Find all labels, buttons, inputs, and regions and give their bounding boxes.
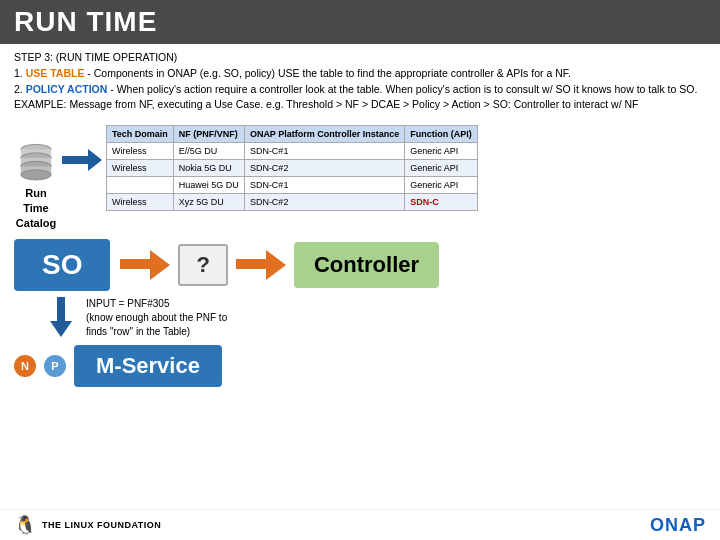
step2-text: - When policy's action require a control… <box>14 83 697 111</box>
cell-tech-1: Wireless <box>107 143 174 160</box>
run-time-label2: Time <box>23 202 48 215</box>
onap-logo: ONAP <box>650 515 706 536</box>
cell-tech-2: Wireless <box>107 160 174 177</box>
circle-p-icon: P <box>44 355 66 377</box>
circle-n-icon: N <box>14 355 36 377</box>
cell-nf-1: E//5G DU <box>173 143 244 160</box>
cell-nf-3: Huawei 5G DU <box>173 177 244 194</box>
step1-num: 1. <box>14 67 23 79</box>
mservice-row: N P M-Service <box>14 345 222 387</box>
col-nf: NF (PNF/VNF) <box>173 126 244 143</box>
input-line3: finds "row" in the Table) <box>86 325 227 339</box>
cell-nf-4: Xyz 5G DU <box>173 194 244 211</box>
table-row: Wireless E//5G DU SDN-C#1 Generic API <box>107 143 478 160</box>
cell-onap-1: SDN-C#1 <box>244 143 404 160</box>
cell-onap-3: SDN-C#1 <box>244 177 404 194</box>
table-row: Wireless Nokia 5G DU SDN-C#2 Generic API <box>107 160 478 177</box>
run-time-label: Run <box>25 187 46 200</box>
question-box: ? <box>178 244 227 286</box>
catalog-label: Catalog <box>16 217 56 230</box>
bottom-section: SO ? Controller INPUT = PNF#305 (know en… <box>0 239 720 387</box>
linux-text: THE LINUX FOUNDATION <box>42 520 161 530</box>
footer: 🐧 THE LINUX FOUNDATION ONAP <box>0 509 720 540</box>
step3-label: STEP 3: (RUN TIME OPERATION) <box>14 51 177 63</box>
col-function: Function (API) <box>405 126 478 143</box>
step2-highlight: POLICY ACTION <box>26 83 108 95</box>
platform-table: Tech Domain NF (PNF/VNF) ONAP Platform C… <box>106 125 478 211</box>
so-box: SO <box>14 239 110 291</box>
step2-num: 2. <box>14 83 23 95</box>
controller-box: Controller <box>294 242 439 288</box>
so-arrow-icon <box>120 250 170 280</box>
so-row: SO ? Controller <box>14 239 439 291</box>
cell-func-4: SDN-C <box>405 194 478 211</box>
table-row: Wireless Xyz 5G DU SDN-C#2 SDN-C <box>107 194 478 211</box>
controller-arrow-icon <box>236 250 286 280</box>
col-onap-platform: ONAP Platform Controller Instance <box>244 126 404 143</box>
step1-highlight: USE TABLE <box>26 67 85 79</box>
input-line2: (know enough about the PNF to <box>86 311 227 325</box>
cell-onap-4: SDN-C#2 <box>244 194 404 211</box>
input-description: INPUT = PNF#305 (know enough about the P… <box>86 297 227 339</box>
table-row: Huawei 5G DU SDN-C#1 Generic API <box>107 177 478 194</box>
mservice-box: M-Service <box>74 345 222 387</box>
data-table-container: Tech Domain NF (PNF/VNF) ONAP Platform C… <box>106 125 478 211</box>
so-down-arrow <box>50 297 72 337</box>
cell-onap-2: SDN-C#2 <box>244 160 404 177</box>
input-line1: INPUT = PNF#305 <box>86 297 227 311</box>
svg-point-6 <box>21 170 51 180</box>
left-section: Run Time Catalog Tech Domain NF (PNF/VNF… <box>14 121 478 231</box>
tux-icon: 🐧 <box>14 514 36 536</box>
cell-func-2: Generic API <box>405 160 478 177</box>
cell-tech-3 <box>107 177 174 194</box>
linux-foundation-logo: 🐧 THE LINUX FOUNDATION <box>14 514 161 536</box>
input-section: INPUT = PNF#305 (know enough about the P… <box>14 297 227 339</box>
icon-column: Run Time Catalog <box>14 141 58 231</box>
right-arrow-icon <box>62 149 102 171</box>
cell-func-1: Generic API <box>405 143 478 160</box>
cell-tech-4: Wireless <box>107 194 174 211</box>
main-content: Run Time Catalog Tech Domain NF (PNF/VNF… <box>0 117 720 231</box>
arrow-to-table <box>62 149 102 171</box>
col-tech-domain: Tech Domain <box>107 126 174 143</box>
catalog-icon <box>14 141 58 185</box>
cell-nf-2: Nokia 5G DU <box>173 160 244 177</box>
down-arrow-icon <box>50 297 72 337</box>
cell-func-3: Generic API <box>405 177 478 194</box>
page-title: RUN TIME <box>0 0 720 44</box>
step-description: STEP 3: (RUN TIME OPERATION) 1. USE TABL… <box>0 44 720 117</box>
step1-text: - Components in ONAP (e.g. SO, policy) U… <box>87 67 571 79</box>
